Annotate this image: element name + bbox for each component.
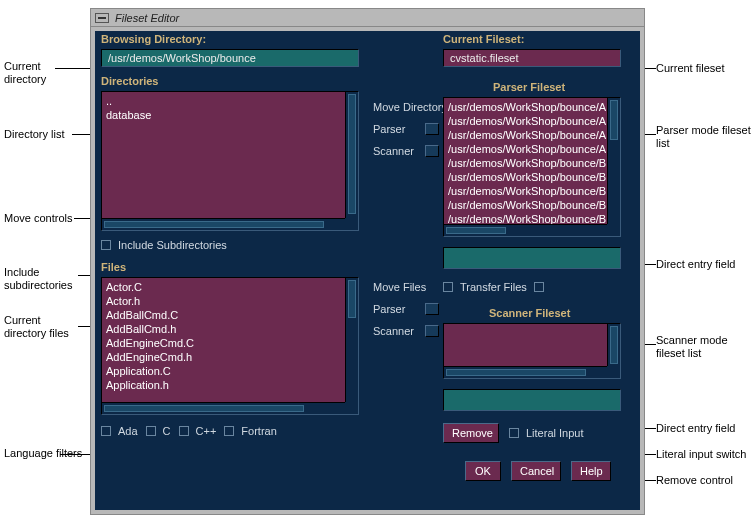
transfer-files-checkbox[interactable] [443, 282, 453, 292]
browsing-directory-value: /usr/demos/WorkShop/bounce [108, 52, 256, 64]
parser-scroll-v[interactable] [607, 98, 620, 224]
move-dir-parser-button[interactable] [425, 123, 439, 135]
cancel-button[interactable]: Cancel [511, 461, 561, 481]
remove-button[interactable]: Remove [443, 423, 499, 443]
list-item[interactable]: /usr/demos/WorkShop/bounce/Bounce [448, 170, 606, 184]
current-fileset-field[interactable]: cvstatic.fileset [443, 49, 621, 67]
move-files-scanner-button[interactable] [425, 325, 439, 337]
list-item[interactable]: database [106, 108, 344, 122]
list-item[interactable]: AddEngineCmd.C [106, 336, 344, 350]
lang-c[interactable]: C [146, 425, 171, 437]
directories-label: Directories [101, 75, 158, 87]
list-item[interactable]: AddBallCmd.C [106, 308, 344, 322]
callout-direct-entry2: Direct entry field [656, 422, 752, 435]
lang-ada[interactable]: Ada [101, 425, 138, 437]
current-fileset-value: cvstatic.fileset [450, 52, 518, 64]
include-subdirectories[interactable]: Include Subdirectories [101, 239, 227, 251]
browsing-directory-label: Browsing Directory: [101, 33, 206, 45]
list-item[interactable]: /usr/demos/WorkShop/bounce/Bounce [448, 198, 606, 212]
parser-scroll-h[interactable] [444, 224, 607, 236]
callout-current-fileset: Current fileset [656, 62, 752, 75]
list-item[interactable]: Application.h [106, 378, 344, 392]
move-files-parser: Parser [373, 303, 405, 315]
list-item[interactable]: AddBallCmd.h [106, 322, 344, 336]
current-fileset-label: Current Fileset: [443, 33, 524, 45]
include-sub-checkbox[interactable] [101, 240, 111, 250]
move-dir-scanner: Scanner [373, 145, 414, 157]
directories-list[interactable]: ..database [101, 91, 359, 231]
list-item[interactable]: /usr/demos/WorkShop/bounce/BoundIn [448, 212, 606, 224]
parser-fileset-label: Parser Fileset [493, 81, 565, 93]
callout-direct-entry: Direct entry field [656, 258, 752, 271]
scanner-scroll-h[interactable] [444, 366, 607, 378]
files-scroll-v[interactable] [345, 278, 358, 402]
titlebar[interactable]: Fileset Editor [91, 9, 644, 27]
literal-input[interactable]: Literal Input [509, 427, 583, 439]
help-button[interactable]: Help [571, 461, 611, 481]
window-title: Fileset Editor [115, 12, 179, 24]
list-item[interactable]: Actor.C [106, 280, 344, 294]
scanner-direct-entry[interactable] [443, 389, 621, 411]
callout-current-directory: Current directory [4, 60, 84, 86]
language-filters: Ada C C++ Fortran [101, 425, 277, 437]
callout-scanner-list: Scanner mode fileset list [656, 334, 752, 360]
list-item[interactable]: /usr/demos/WorkShop/bounce/Bounce [448, 184, 606, 198]
transfer-files[interactable]: Transfer Files [443, 281, 548, 293]
move-files-parser-button[interactable] [425, 303, 439, 315]
callout-include-sub: Include subdirectories [4, 266, 86, 292]
window-menu-icon[interactable] [95, 13, 109, 23]
list-item[interactable]: /usr/demos/WorkShop/bounce/AskFirst [448, 142, 606, 156]
scanner-fileset-label: Scanner Fileset [489, 307, 570, 319]
scanner-fileset-list[interactable] [443, 323, 621, 379]
transfer-files-checkbox2[interactable] [534, 282, 544, 292]
browsing-directory-field[interactable]: /usr/demos/WorkShop/bounce [101, 49, 359, 67]
literal-input-checkbox[interactable] [509, 428, 519, 438]
move-files-scanner: Scanner [373, 325, 414, 337]
ok-button[interactable]: OK [465, 461, 501, 481]
move-directory-label: Move Directory [373, 101, 447, 113]
lang-fortran[interactable]: Fortran [224, 425, 276, 437]
move-dir-parser: Parser [373, 123, 405, 135]
callout-parser-list: Parser mode fileset list [656, 124, 752, 150]
callout-current-files: Current directory files [4, 314, 84, 340]
scanner-scroll-v[interactable] [607, 324, 620, 366]
files-label: Files [101, 261, 126, 273]
list-item[interactable]: AddEngineCmd.h [106, 350, 344, 364]
files-scroll-h[interactable] [102, 402, 345, 414]
list-item[interactable]: /usr/demos/WorkShop/bounce/AddBall [448, 114, 606, 128]
move-dir-scanner-button[interactable] [425, 145, 439, 157]
list-item[interactable]: Actor.h [106, 294, 344, 308]
list-item[interactable]: /usr/demos/WorkShop/bounce/Applicat [448, 128, 606, 142]
callout-literal-switch: Literal input switch [656, 448, 752, 461]
parser-fileset-list[interactable]: /usr/demos/WorkShop/bounce/Actor.C/usr/d… [443, 97, 621, 237]
parser-direct-entry[interactable] [443, 247, 621, 269]
lang-cpp[interactable]: C++ [179, 425, 217, 437]
files-list[interactable]: Actor.CActor.hAddBallCmd.CAddBallCmd.hAd… [101, 277, 359, 415]
list-item[interactable]: /usr/demos/WorkShop/bounce/BasicCo [448, 156, 606, 170]
directories-scroll-v[interactable] [345, 92, 358, 218]
callout-move-controls: Move controls [4, 212, 84, 225]
list-item[interactable]: Application.C [106, 364, 344, 378]
fileset-editor-window: Fileset Editor Browsing Directory: /usr/… [90, 8, 645, 515]
callout-remove-control: Remove control [656, 474, 752, 487]
move-files-label: Move Files [373, 281, 426, 293]
list-item[interactable]: .. [106, 94, 344, 108]
list-item[interactable]: /usr/demos/WorkShop/bounce/Actor.C [448, 100, 606, 114]
directories-scroll-h[interactable] [102, 218, 345, 230]
